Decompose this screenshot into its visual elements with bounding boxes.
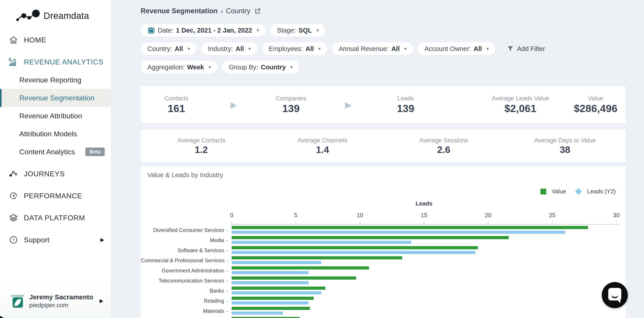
value-bar[interactable] [232, 307, 310, 310]
user-account[interactable]: piedpiper Jeremy Sacramento piedpiper.co… [0, 287, 111, 318]
sidebar-item-revenue-segmentation[interactable]: Revenue Segmentation [0, 89, 111, 107]
sidebar-item-data-platform[interactable]: DATA PLATFORM [0, 209, 111, 227]
chart-category-label: Diversified Consumer Services [141, 225, 228, 235]
leads-bar[interactable] [232, 251, 475, 254]
value-leads-by-industry-chart: Value & Leads by Industry Value Leads (Y… [141, 166, 626, 318]
chart-row: Diversified Consumer Services [232, 225, 616, 235]
kpi-contacts: Contacts 161 [155, 95, 198, 114]
chat-bubble-icon [608, 288, 621, 302]
sidebar-item-performance[interactable]: PERFORMANCE [0, 187, 111, 205]
filter-value: All [474, 45, 482, 52]
leads-bar[interactable] [232, 271, 308, 274]
sidebar-item-label: JOURNEYS [24, 170, 65, 178]
external-link-icon[interactable] [254, 8, 261, 14]
dreamdata-logo: Dreamdata [16, 9, 111, 22]
kpi-value: $286,496 [574, 102, 618, 114]
x-axis-tickmark [616, 221, 616, 224]
aggregation-filter[interactable]: Aggregation: Week ▾ [141, 61, 218, 74]
add-filter-label: Add Filter [517, 45, 545, 52]
chat-launcher-button[interactable] [602, 282, 628, 308]
x-axis-tickmark [424, 221, 424, 224]
filter-label: Industry: [208, 45, 233, 52]
beta-badge: Beta [86, 148, 105, 156]
sidebar-item-content-analytics[interactable]: Content Analytics Beta [0, 143, 111, 161]
value-bar[interactable] [232, 246, 478, 249]
annual-revenue-filter[interactable]: Annual Revenue: All ▾ [332, 42, 413, 55]
sidebar-item-revenue-attribution[interactable]: Revenue Attribution [0, 107, 111, 125]
value-bar[interactable] [232, 287, 325, 290]
country-filter[interactable]: Country: All ▾ [141, 42, 196, 55]
sidebar-item-support[interactable]: ? Support ▶ [0, 231, 111, 249]
revenue-analytics-icon: $ [8, 57, 18, 67]
value-bar[interactable] [232, 317, 300, 318]
filter-value: Country [261, 63, 286, 71]
chart-row: Government Administration [232, 266, 616, 276]
calendar-icon [148, 26, 155, 34]
sidebar-item-revenue-analytics[interactable]: $ REVENUE ANALYTICS [0, 53, 111, 71]
chart-legend: Value Leads (Y2) [540, 188, 616, 195]
leads-bar[interactable] [232, 231, 565, 234]
kpi-value: 161 [168, 102, 185, 114]
leads-bar[interactable] [232, 261, 321, 264]
value-bar[interactable] [232, 256, 402, 259]
kpi-label: Average Days to Value [534, 137, 596, 144]
employees-filter[interactable]: Employees: All ▾ [262, 42, 328, 55]
value-bar[interactable] [232, 266, 369, 270]
kpi-value: 38 [560, 144, 570, 155]
sidebar-item-revenue-reporting[interactable]: Revenue Reporting [0, 71, 111, 89]
avatar: piedpiper [11, 294, 25, 308]
legend-leads-swatch-icon [575, 188, 582, 195]
sidebar-item-label: Support [24, 236, 50, 244]
user-menu-arrow-icon[interactable]: ▶ [100, 298, 103, 304]
group-by-filter[interactable]: Group By: Country ▾ [222, 61, 299, 74]
sidebar-item-home[interactable]: HOME [0, 31, 111, 49]
x-axis-title: Leads [232, 200, 616, 207]
performance-icon [8, 191, 18, 201]
chevron-down-icon: ▾ [404, 46, 407, 51]
value-bar[interactable] [232, 297, 314, 300]
kpi-label: Average Channels [298, 137, 348, 144]
legend-leads-label[interactable]: Leads (Y2) [587, 188, 616, 195]
industry-filter[interactable]: Industry: All ▾ [201, 42, 258, 55]
piedpiper-logo-icon [12, 297, 23, 308]
home-icon [8, 35, 18, 45]
sidebar-item-label: DATA PLATFORM [24, 214, 85, 222]
chart-category-label: Retailing [141, 296, 228, 306]
chart-row: Commercial & Professional Services [232, 256, 616, 266]
filter-label: Date: [158, 27, 173, 34]
value-bar[interactable] [232, 226, 588, 229]
kpi-average-sessions: Average Sessions 2.6 [383, 137, 504, 155]
account-owner-filter[interactable]: Account Owner: All ▾ [418, 42, 496, 55]
date-filter[interactable]: Date: 1 Dec, 2021 - 2 Jan, 2022 ▾ [141, 24, 266, 37]
main-content: Revenue Segmentation › Country Date: 1 D… [111, 0, 644, 318]
filter-value: All [236, 45, 244, 52]
filter-row-1: Date: 1 Dec, 2021 - 2 Jan, 2022 ▾ Stage:… [141, 24, 626, 37]
x-axis-tick-label: 25 [549, 212, 556, 219]
sidebar-item-label: HOME [24, 36, 46, 44]
leads-bar[interactable] [232, 312, 283, 315]
sidebar-subitem-label: Revenue Segmentation [19, 94, 94, 102]
svg-text:$: $ [9, 57, 11, 62]
value-bar[interactable] [232, 277, 356, 280]
chart-row: Banks [232, 286, 616, 296]
add-filter-button[interactable]: Add Filter [505, 45, 546, 53]
legend-value-label[interactable]: Value [552, 188, 566, 195]
stage-filter[interactable]: Stage: SQL ▾ [270, 24, 325, 37]
sidebar-subitem-label: Attribution Models [19, 130, 77, 138]
leads-bar[interactable] [232, 301, 308, 305]
funnel-icon [507, 45, 514, 52]
value-bar[interactable] [232, 236, 509, 239]
chart-row: Retailing [232, 296, 616, 306]
filter-label: Country: [148, 45, 172, 52]
breadcrumb-parent[interactable]: Revenue Segmentation [141, 7, 218, 15]
leads-bar[interactable] [232, 241, 411, 244]
expand-arrow-icon[interactable]: ▶ [100, 237, 104, 243]
kpi-value: $2,061 [504, 102, 536, 114]
kpi-label: Value [588, 95, 603, 102]
filter-label: Group By: [229, 63, 258, 71]
sidebar-item-journeys[interactable]: JOURNEYS [0, 165, 111, 183]
sidebar-item-attribution-models[interactable]: Attribution Models [0, 125, 111, 143]
leads-bar[interactable] [232, 281, 308, 284]
leads-bar[interactable] [232, 291, 321, 295]
filter-value: All [392, 45, 400, 52]
